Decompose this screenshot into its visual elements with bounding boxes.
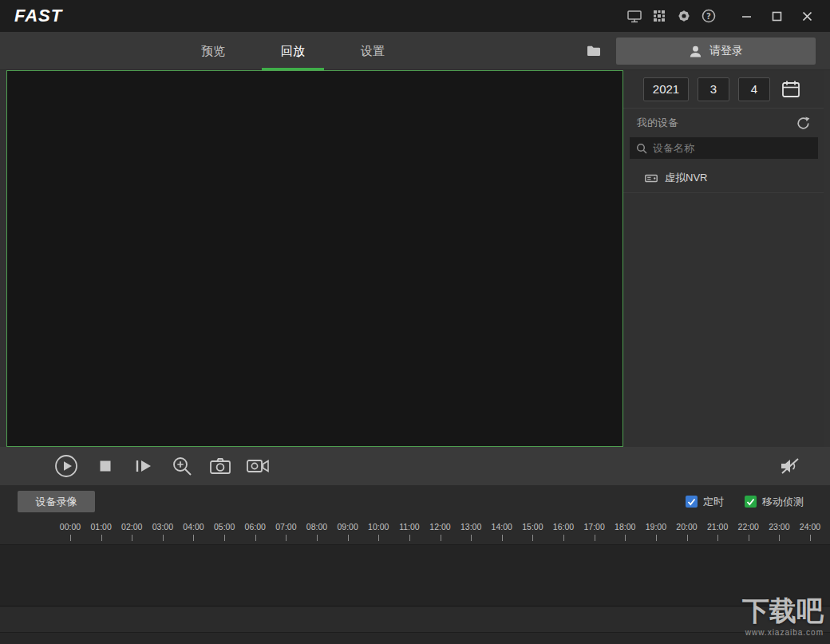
timeline-tick <box>317 535 318 541</box>
timeline-tick <box>348 535 349 541</box>
user-icon <box>689 45 702 58</box>
login-button[interactable]: 请登录 <box>616 38 816 65</box>
month-input[interactable]: 3 <box>698 77 729 101</box>
device-item[interactable]: 虚拟NVR <box>623 164 824 193</box>
timeline-tick <box>779 535 780 541</box>
tab-settings[interactable]: 设置 <box>333 32 413 70</box>
watermark: 下载吧 www.xiazaiba.com <box>742 593 824 637</box>
timeline-tick <box>409 535 410 541</box>
timeline-tick <box>502 535 503 541</box>
timeline-tick <box>749 535 749 541</box>
device-name: 虚拟NVR <box>665 171 707 185</box>
bottom-strip <box>0 632 830 644</box>
date-picker: 2021 3 4 <box>623 70 824 109</box>
timeline-hour-label: 24:00 <box>800 522 820 531</box>
timeline-hour-label: 14:00 <box>492 522 512 531</box>
video-display-area[interactable] <box>6 70 623 447</box>
motion-checkbox[interactable] <box>745 496 757 508</box>
mute-icon[interactable] <box>779 457 800 475</box>
timeline-tick <box>163 535 164 541</box>
nvr-icon <box>645 173 658 184</box>
titlebar-icon-group: ? <box>626 8 717 24</box>
timeline-hour-label: 23:00 <box>769 522 789 531</box>
timed-checkbox[interactable] <box>686 496 698 508</box>
qr-code-icon[interactable] <box>651 8 667 24</box>
calendar-icon[interactable] <box>781 80 800 98</box>
folder-icon[interactable] <box>587 45 601 57</box>
timeline-hour-label: 08:00 <box>306 522 327 531</box>
refresh-icon[interactable] <box>796 117 810 130</box>
motion-detect-filter[interactable]: 移动侦测 <box>745 495 804 509</box>
timeline-tick <box>378 535 379 541</box>
timeline-hour-label: 05:00 <box>214 522 235 531</box>
app-logo: FAST <box>14 6 62 26</box>
timeline-tick <box>717 535 718 541</box>
timeline-tick <box>687 535 688 541</box>
tab-group: 预览 回放 设置 <box>173 32 413 70</box>
timeline-hour-label: 01:00 <box>90 522 111 531</box>
timeline-scale: 00:0001:0002:0003:0004:0005:0006:0007:00… <box>70 522 810 543</box>
play-icon[interactable] <box>54 454 78 478</box>
record-type-filters: 定时 移动侦测 <box>686 491 804 512</box>
timeline-hour-label: 18:00 <box>615 522 635 531</box>
timeline-hour-label: 02:00 <box>121 522 142 531</box>
maximize-button[interactable] <box>771 10 782 22</box>
zoom-in-icon[interactable] <box>172 456 192 476</box>
timeline-track[interactable] <box>0 544 830 606</box>
record-icon[interactable] <box>247 459 269 473</box>
titlebar: FAST ? <box>0 0 830 32</box>
timeline-hour-label: 07:00 <box>275 522 296 531</box>
timeline-hour-label: 11:00 <box>399 522 420 531</box>
timeline-tick <box>471 535 472 541</box>
timeline-tick <box>810 535 811 541</box>
timed-label: 定时 <box>703 495 724 509</box>
device-record-button[interactable]: 设备录像 <box>18 491 95 512</box>
motion-label: 移动侦测 <box>762 495 804 509</box>
timeline-tick <box>656 535 657 541</box>
timeline-tick <box>563 535 564 541</box>
app-window: FAST ? <box>0 0 830 644</box>
timeline-tick <box>625 535 626 541</box>
timeline-hour-label: 15:00 <box>522 522 543 531</box>
window-buttons <box>741 10 812 22</box>
monitor-icon[interactable] <box>626 8 642 24</box>
timeline-section: 设备录像 定时 移动侦测 00:0001:0002:0003:0004:0005… <box>0 485 830 644</box>
timeline-hour-label: 17:00 <box>583 522 604 531</box>
timeline-tick <box>441 535 441 541</box>
device-search[interactable] <box>630 137 818 159</box>
help-icon[interactable]: ? <box>701 8 717 24</box>
timeline-hour-label: 20:00 <box>676 522 697 531</box>
login-label: 请登录 <box>709 44 743 58</box>
timeline-hour-label: 16:00 <box>553 522 574 531</box>
side-panel: 2021 3 4 我的设备 虚拟NVR <box>623 70 824 447</box>
snapshot-icon[interactable] <box>210 458 231 475</box>
close-icon[interactable] <box>801 10 812 22</box>
timeline-tick <box>193 535 194 541</box>
minimize-button[interactable] <box>741 10 752 22</box>
year-input[interactable]: 2021 <box>643 77 689 101</box>
frame-step-icon[interactable] <box>135 460 152 473</box>
timeline-tick <box>595 535 595 541</box>
tab-preview[interactable]: 预览 <box>173 32 253 70</box>
timeline-tick <box>101 535 102 541</box>
timeline-hour-label: 06:00 <box>245 522 266 531</box>
tabbar: 预览 回放 设置 请登录 <box>0 32 830 70</box>
timeline-tick <box>532 535 533 541</box>
search-icon <box>636 143 647 154</box>
device-panel-header: 我的设备 <box>623 109 824 137</box>
timeline-hour-label: 04:00 <box>183 522 204 531</box>
timeline-tick <box>255 535 256 541</box>
day-input[interactable]: 4 <box>738 77 770 101</box>
gear-icon[interactable] <box>676 8 692 24</box>
svg-text:?: ? <box>706 12 711 21</box>
my-devices-label: 我的设备 <box>637 116 678 130</box>
stop-icon[interactable] <box>100 460 111 472</box>
tab-playback[interactable]: 回放 <box>253 32 333 70</box>
playback-toolbar <box>0 447 830 485</box>
timeline-tick <box>286 535 287 541</box>
search-input[interactable] <box>653 142 812 154</box>
timeline-hour-label: 09:00 <box>337 522 358 531</box>
timeline-tick <box>132 535 132 541</box>
timeline-hour-label: 22:00 <box>738 522 759 531</box>
timed-record-filter[interactable]: 定时 <box>686 495 724 509</box>
